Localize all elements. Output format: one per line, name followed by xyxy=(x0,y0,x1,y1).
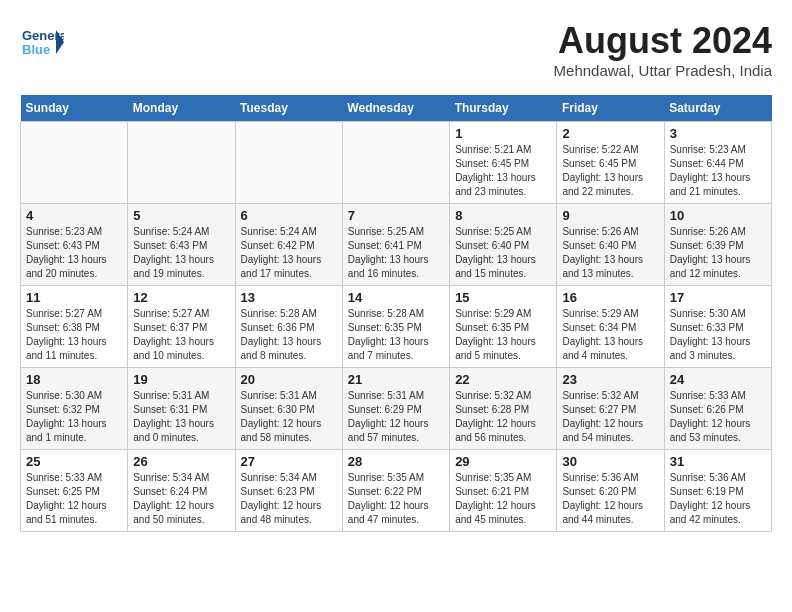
day-number: 26 xyxy=(133,454,229,469)
calendar-cell xyxy=(128,122,235,204)
week-row-5: 25Sunrise: 5:33 AM Sunset: 6:25 PM Dayli… xyxy=(21,450,772,532)
calendar-cell: 3Sunrise: 5:23 AM Sunset: 6:44 PM Daylig… xyxy=(664,122,771,204)
day-number: 16 xyxy=(562,290,658,305)
day-number: 31 xyxy=(670,454,766,469)
calendar-cell: 1Sunrise: 5:21 AM Sunset: 6:45 PM Daylig… xyxy=(450,122,557,204)
day-number: 17 xyxy=(670,290,766,305)
header-monday: Monday xyxy=(128,95,235,122)
day-info: Sunrise: 5:34 AM Sunset: 6:24 PM Dayligh… xyxy=(133,471,229,527)
day-info: Sunrise: 5:28 AM Sunset: 6:35 PM Dayligh… xyxy=(348,307,444,363)
day-number: 12 xyxy=(133,290,229,305)
calendar-cell: 15Sunrise: 5:29 AM Sunset: 6:35 PM Dayli… xyxy=(450,286,557,368)
day-info: Sunrise: 5:29 AM Sunset: 6:34 PM Dayligh… xyxy=(562,307,658,363)
day-info: Sunrise: 5:25 AM Sunset: 6:40 PM Dayligh… xyxy=(455,225,551,281)
calendar-cell: 18Sunrise: 5:30 AM Sunset: 6:32 PM Dayli… xyxy=(21,368,128,450)
header-tuesday: Tuesday xyxy=(235,95,342,122)
day-info: Sunrise: 5:27 AM Sunset: 6:38 PM Dayligh… xyxy=(26,307,122,363)
day-number: 9 xyxy=(562,208,658,223)
day-info: Sunrise: 5:33 AM Sunset: 6:26 PM Dayligh… xyxy=(670,389,766,445)
day-number: 19 xyxy=(133,372,229,387)
day-number: 4 xyxy=(26,208,122,223)
day-number: 7 xyxy=(348,208,444,223)
week-row-2: 4Sunrise: 5:23 AM Sunset: 6:43 PM Daylig… xyxy=(21,204,772,286)
day-info: Sunrise: 5:21 AM Sunset: 6:45 PM Dayligh… xyxy=(455,143,551,199)
title-block: August 2024 Mehndawal, Uttar Pradesh, In… xyxy=(554,20,772,79)
day-number: 20 xyxy=(241,372,337,387)
day-number: 30 xyxy=(562,454,658,469)
calendar-cell: 22Sunrise: 5:32 AM Sunset: 6:28 PM Dayli… xyxy=(450,368,557,450)
day-number: 25 xyxy=(26,454,122,469)
week-row-4: 18Sunrise: 5:30 AM Sunset: 6:32 PM Dayli… xyxy=(21,368,772,450)
day-info: Sunrise: 5:26 AM Sunset: 6:39 PM Dayligh… xyxy=(670,225,766,281)
day-info: Sunrise: 5:26 AM Sunset: 6:40 PM Dayligh… xyxy=(562,225,658,281)
calendar-cell: 10Sunrise: 5:26 AM Sunset: 6:39 PM Dayli… xyxy=(664,204,771,286)
day-number: 28 xyxy=(348,454,444,469)
day-info: Sunrise: 5:31 AM Sunset: 6:29 PM Dayligh… xyxy=(348,389,444,445)
day-number: 10 xyxy=(670,208,766,223)
calendar-cell xyxy=(342,122,449,204)
calendar-cell: 6Sunrise: 5:24 AM Sunset: 6:42 PM Daylig… xyxy=(235,204,342,286)
header-thursday: Thursday xyxy=(450,95,557,122)
day-number: 15 xyxy=(455,290,551,305)
header-sunday: Sunday xyxy=(21,95,128,122)
calendar-cell: 16Sunrise: 5:29 AM Sunset: 6:34 PM Dayli… xyxy=(557,286,664,368)
day-number: 8 xyxy=(455,208,551,223)
location: Mehndawal, Uttar Pradesh, India xyxy=(554,62,772,79)
calendar-cell: 20Sunrise: 5:31 AM Sunset: 6:30 PM Dayli… xyxy=(235,368,342,450)
day-info: Sunrise: 5:31 AM Sunset: 6:31 PM Dayligh… xyxy=(133,389,229,445)
day-info: Sunrise: 5:30 AM Sunset: 6:32 PM Dayligh… xyxy=(26,389,122,445)
calendar-header-row: SundayMondayTuesdayWednesdayThursdayFrid… xyxy=(21,95,772,122)
calendar-cell: 8Sunrise: 5:25 AM Sunset: 6:40 PM Daylig… xyxy=(450,204,557,286)
day-info: Sunrise: 5:24 AM Sunset: 6:42 PM Dayligh… xyxy=(241,225,337,281)
calendar-cell: 12Sunrise: 5:27 AM Sunset: 6:37 PM Dayli… xyxy=(128,286,235,368)
day-info: Sunrise: 5:23 AM Sunset: 6:44 PM Dayligh… xyxy=(670,143,766,199)
calendar-table: SundayMondayTuesdayWednesdayThursdayFrid… xyxy=(20,95,772,532)
day-info: Sunrise: 5:34 AM Sunset: 6:23 PM Dayligh… xyxy=(241,471,337,527)
day-number: 22 xyxy=(455,372,551,387)
calendar-cell: 19Sunrise: 5:31 AM Sunset: 6:31 PM Dayli… xyxy=(128,368,235,450)
day-info: Sunrise: 5:32 AM Sunset: 6:28 PM Dayligh… xyxy=(455,389,551,445)
day-info: Sunrise: 5:29 AM Sunset: 6:35 PM Dayligh… xyxy=(455,307,551,363)
day-info: Sunrise: 5:36 AM Sunset: 6:20 PM Dayligh… xyxy=(562,471,658,527)
header-wednesday: Wednesday xyxy=(342,95,449,122)
calendar-cell: 24Sunrise: 5:33 AM Sunset: 6:26 PM Dayli… xyxy=(664,368,771,450)
week-row-1: 1Sunrise: 5:21 AM Sunset: 6:45 PM Daylig… xyxy=(21,122,772,204)
calendar-cell: 23Sunrise: 5:32 AM Sunset: 6:27 PM Dayli… xyxy=(557,368,664,450)
day-info: Sunrise: 5:31 AM Sunset: 6:30 PM Dayligh… xyxy=(241,389,337,445)
calendar-cell xyxy=(235,122,342,204)
day-number: 18 xyxy=(26,372,122,387)
day-number: 11 xyxy=(26,290,122,305)
calendar-cell: 14Sunrise: 5:28 AM Sunset: 6:35 PM Dayli… xyxy=(342,286,449,368)
day-info: Sunrise: 5:30 AM Sunset: 6:33 PM Dayligh… xyxy=(670,307,766,363)
calendar-cell: 11Sunrise: 5:27 AM Sunset: 6:38 PM Dayli… xyxy=(21,286,128,368)
calendar-cell: 26Sunrise: 5:34 AM Sunset: 6:24 PM Dayli… xyxy=(128,450,235,532)
logo-icon: General Blue xyxy=(20,20,64,64)
day-number: 27 xyxy=(241,454,337,469)
calendar-cell: 25Sunrise: 5:33 AM Sunset: 6:25 PM Dayli… xyxy=(21,450,128,532)
day-number: 6 xyxy=(241,208,337,223)
calendar-cell: 28Sunrise: 5:35 AM Sunset: 6:22 PM Dayli… xyxy=(342,450,449,532)
calendar-cell xyxy=(21,122,128,204)
month-title: August 2024 xyxy=(554,20,772,62)
day-info: Sunrise: 5:35 AM Sunset: 6:21 PM Dayligh… xyxy=(455,471,551,527)
day-info: Sunrise: 5:25 AM Sunset: 6:41 PM Dayligh… xyxy=(348,225,444,281)
day-info: Sunrise: 5:33 AM Sunset: 6:25 PM Dayligh… xyxy=(26,471,122,527)
calendar-cell: 5Sunrise: 5:24 AM Sunset: 6:43 PM Daylig… xyxy=(128,204,235,286)
calendar-cell: 13Sunrise: 5:28 AM Sunset: 6:36 PM Dayli… xyxy=(235,286,342,368)
day-info: Sunrise: 5:22 AM Sunset: 6:45 PM Dayligh… xyxy=(562,143,658,199)
logo: General Blue xyxy=(20,20,64,64)
calendar-cell: 2Sunrise: 5:22 AM Sunset: 6:45 PM Daylig… xyxy=(557,122,664,204)
day-number: 3 xyxy=(670,126,766,141)
day-number: 29 xyxy=(455,454,551,469)
day-number: 21 xyxy=(348,372,444,387)
day-info: Sunrise: 5:24 AM Sunset: 6:43 PM Dayligh… xyxy=(133,225,229,281)
day-number: 13 xyxy=(241,290,337,305)
calendar-cell: 21Sunrise: 5:31 AM Sunset: 6:29 PM Dayli… xyxy=(342,368,449,450)
header-saturday: Saturday xyxy=(664,95,771,122)
day-info: Sunrise: 5:23 AM Sunset: 6:43 PM Dayligh… xyxy=(26,225,122,281)
day-info: Sunrise: 5:36 AM Sunset: 6:19 PM Dayligh… xyxy=(670,471,766,527)
day-info: Sunrise: 5:27 AM Sunset: 6:37 PM Dayligh… xyxy=(133,307,229,363)
day-info: Sunrise: 5:35 AM Sunset: 6:22 PM Dayligh… xyxy=(348,471,444,527)
day-info: Sunrise: 5:28 AM Sunset: 6:36 PM Dayligh… xyxy=(241,307,337,363)
day-number: 14 xyxy=(348,290,444,305)
